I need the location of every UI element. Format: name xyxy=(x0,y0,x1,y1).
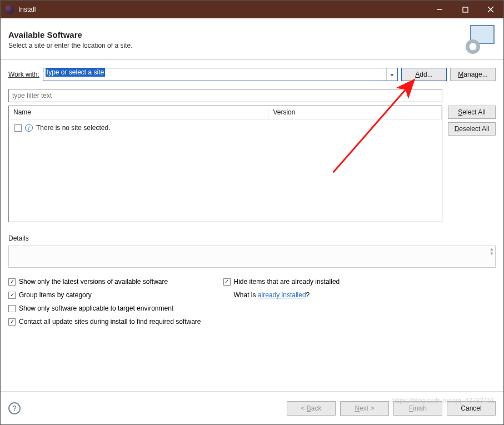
already-installed-info: What is already installed? xyxy=(223,291,390,299)
install-dialog: Install Available Software Select a site… xyxy=(0,0,504,425)
filter-input[interactable] xyxy=(8,89,442,102)
add-button[interactable]: Add... xyxy=(401,68,447,81)
close-button[interactable] xyxy=(478,1,503,18)
deselect-all-button[interactable]: Deselect All xyxy=(448,122,496,136)
list-empty-row: i There is no site selected. xyxy=(9,119,442,136)
page-title: Available Software xyxy=(8,30,465,39)
dialog-header: Available Software Select a site or ente… xyxy=(1,18,503,60)
help-button[interactable]: ? xyxy=(8,402,21,414)
option-2[interactable]: Show only software applicable to target … xyxy=(8,304,201,312)
maximize-button[interactable] xyxy=(452,1,478,18)
minimize-button[interactable] xyxy=(427,1,452,18)
eclipse-icon xyxy=(5,5,14,14)
info-icon: i xyxy=(25,124,33,132)
row-checkbox[interactable] xyxy=(14,124,22,132)
details-text[interactable]: ▲▼ xyxy=(8,246,496,268)
option-0[interactable]: Show only the latest versions of availab… xyxy=(8,278,201,286)
window-titlebar[interactable]: Install xyxy=(1,1,503,18)
watermark-text: https://blog.csdn.net/qq_43733451 xyxy=(392,397,495,404)
manage-button[interactable]: Manage... xyxy=(450,68,496,81)
chevron-down-icon[interactable]: ▾ xyxy=(386,68,397,81)
details-label: Details xyxy=(8,234,496,242)
option-3[interactable]: Contact all update sites during install … xyxy=(8,318,201,326)
window-title: Install xyxy=(18,6,427,13)
select-all-button[interactable]: Select All xyxy=(448,106,496,119)
column-version[interactable]: Version xyxy=(268,106,442,119)
back-button: < Back xyxy=(287,401,336,416)
install-wizard-icon xyxy=(465,24,496,55)
work-with-combo[interactable]: type or select a site ▾ xyxy=(43,68,398,81)
checkbox-hide-installed[interactable] xyxy=(223,278,231,286)
svg-rect-1 xyxy=(463,7,468,12)
option-1[interactable]: Group items by category xyxy=(8,291,201,299)
checkbox-option-0[interactable] xyxy=(8,278,16,286)
spinner-icon[interactable]: ▲▼ xyxy=(490,247,494,256)
page-subtitle: Select a site or enter the location of a… xyxy=(8,42,465,49)
dialog-footer: ? < Back Next > Finish Cancel xyxy=(1,391,503,424)
next-button: Next > xyxy=(340,401,389,416)
empty-message: There is no site selected. xyxy=(36,124,110,132)
checkbox-option-1[interactable] xyxy=(8,292,16,299)
software-list[interactable]: Name Version i There is no site selected… xyxy=(8,106,442,222)
column-name[interactable]: Name xyxy=(9,106,268,119)
work-with-label: Work with:i xyxy=(8,71,39,78)
option-hide-installed[interactable]: Hide items that are already installed xyxy=(223,278,390,286)
work-with-input: type or select a site xyxy=(43,68,386,81)
checkbox-option-2[interactable] xyxy=(8,305,16,312)
checkbox-option-3[interactable] xyxy=(8,318,16,326)
already-installed-link[interactable]: already installed xyxy=(258,291,306,299)
